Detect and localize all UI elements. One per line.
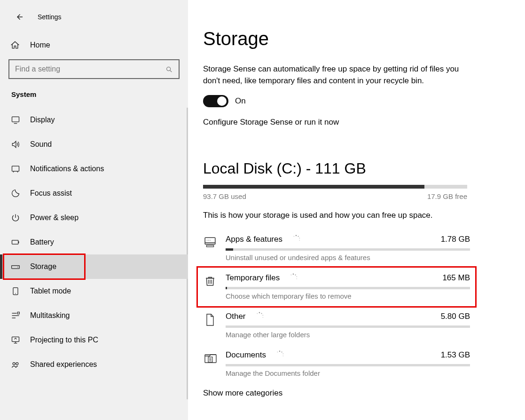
svg-rect-20 <box>206 246 213 247</box>
main-content: Storage Storage Sense can automatically … <box>188 0 525 420</box>
nav-label: Focus assist <box>30 189 72 198</box>
svg-point-28 <box>293 236 294 237</box>
category-subtext: Manage other large folders <box>226 331 470 339</box>
app-title: Settings <box>38 13 62 21</box>
svg-point-42 <box>257 313 258 314</box>
disk-heading: Local Disk (C:) - 111 GB <box>203 160 511 177</box>
disk-used-label: 93.7 GB used <box>203 192 246 200</box>
search-icon <box>165 66 173 73</box>
svg-point-27 <box>299 240 300 240</box>
svg-rect-5 <box>12 240 18 244</box>
svg-rect-2 <box>12 117 19 122</box>
loading-spinner-icon <box>291 234 301 245</box>
disk-free-label: 17.9 GB free <box>427 192 467 200</box>
docfolder-icon <box>203 350 226 364</box>
sidebar-item-sound[interactable]: Sound <box>0 132 188 157</box>
page-title: Storage <box>203 28 511 49</box>
svg-point-24 <box>296 235 297 236</box>
sidebar-item-focus-assist[interactable]: Focus assist <box>0 181 188 206</box>
sidebar-item-tablet-mode[interactable]: Tablet mode <box>0 279 188 303</box>
storage-sense-toggle[interactable] <box>203 95 228 107</box>
svg-rect-14 <box>17 312 19 314</box>
nav-label: Display <box>30 116 55 124</box>
nav-label: Sound <box>30 140 52 149</box>
nav-icon <box>10 189 21 198</box>
category-size: 1.53 GB <box>441 350 470 360</box>
category-name: Other <box>226 312 246 321</box>
category-documents[interactable]: Documents1.53 GBManage the Documents fol… <box>203 345 474 384</box>
category-bar <box>226 364 470 366</box>
page-icon <box>203 311 226 326</box>
svg-rect-7 <box>12 266 20 269</box>
sidebar: Settings Home System DisplaySoundNotific… <box>0 0 188 420</box>
svg-point-40 <box>262 315 263 316</box>
category-subtext: Manage the Documents folder <box>226 369 470 377</box>
back-button[interactable] <box>11 8 28 25</box>
svg-point-17 <box>16 363 18 365</box>
nav-icon <box>10 335 21 345</box>
monitor-icon <box>203 234 226 248</box>
category-bar <box>226 325 470 328</box>
nav-label: Multitasking <box>30 311 70 320</box>
svg-point-21 <box>207 240 207 240</box>
storage-sense-toggle-row: On <box>203 95 511 107</box>
sidebar-item-battery[interactable]: Battery <box>0 230 188 254</box>
svg-line-1 <box>170 71 172 72</box>
svg-point-23 <box>210 240 210 240</box>
search-container <box>0 55 188 87</box>
category-name: Documents <box>226 350 266 360</box>
svg-point-34 <box>295 275 296 276</box>
svg-rect-4 <box>12 166 19 171</box>
disk-usage-bar <box>203 185 467 189</box>
nav-icon <box>10 164 21 174</box>
category-name: Apps & features <box>226 235 282 244</box>
nav-icon <box>10 213 21 222</box>
svg-point-22 <box>208 240 209 240</box>
category-size: 165 MB <box>442 273 470 283</box>
sidebar-item-shared-experiences[interactable]: Shared experiences <box>0 352 188 377</box>
category-other[interactable]: Other5.80 GBManage other large folders <box>203 307 474 345</box>
category-apps-features[interactable]: Apps & features1.78 GBUninstall unused o… <box>203 230 474 268</box>
sidebar-item-multitasking[interactable]: Multitasking <box>0 303 188 328</box>
nav-icon <box>10 311 21 320</box>
sidebar-item-display[interactable]: Display <box>0 108 188 132</box>
svg-rect-6 <box>18 241 19 243</box>
sidebar-item-storage[interactable]: Storage <box>0 254 188 279</box>
svg-point-52 <box>277 352 278 353</box>
nav-icon <box>10 238 21 247</box>
svg-point-16 <box>13 363 15 365</box>
sidebar-item-power-sleep[interactable]: Power & sleep <box>0 206 188 230</box>
nav-list: DisplaySoundNotifications & actionsFocus… <box>0 108 188 377</box>
loading-spinner-icon <box>288 273 298 283</box>
loading-spinner-icon <box>274 350 285 360</box>
svg-point-36 <box>297 278 297 279</box>
nav-label: Battery <box>30 238 54 246</box>
svg-point-48 <box>279 351 280 352</box>
category-temporary-files[interactable]: Temporary files165 MBChoose which tempor… <box>203 268 474 307</box>
category-size: 5.80 GB <box>441 312 470 321</box>
disk-usage-fill <box>203 185 424 189</box>
svg-point-37 <box>291 275 292 276</box>
svg-point-25 <box>298 236 299 237</box>
sidebar-item-notifications-actions[interactable]: Notifications & actions <box>0 157 188 181</box>
configure-storage-sense-link[interactable]: Configure Storage Sense or run it now <box>203 118 511 127</box>
nav-icon <box>10 360 21 369</box>
category-subtext: Uninstall unused or undesired apps & fea… <box>226 254 470 262</box>
nav-icon <box>10 115 21 125</box>
arrow-left-icon <box>16 13 24 21</box>
home-icon <box>10 40 21 50</box>
sidebar-item-projecting-to-this-pc[interactable]: Projecting to this PC <box>0 328 188 352</box>
show-more-categories-link[interactable]: Show more categories <box>203 388 511 398</box>
nav-label: Tablet mode <box>30 287 71 295</box>
home-nav[interactable]: Home <box>0 35 188 55</box>
svg-point-49 <box>282 352 282 353</box>
svg-point-35 <box>297 277 298 277</box>
svg-point-33 <box>293 274 294 275</box>
nav-label: Power & sleep <box>30 214 78 222</box>
svg-point-26 <box>299 238 300 239</box>
svg-rect-15 <box>12 337 19 341</box>
toggle-state-label: On <box>235 96 246 106</box>
nav-label: Notifications & actions <box>30 165 104 173</box>
search-input[interactable] <box>8 59 180 79</box>
svg-point-38 <box>259 312 259 313</box>
